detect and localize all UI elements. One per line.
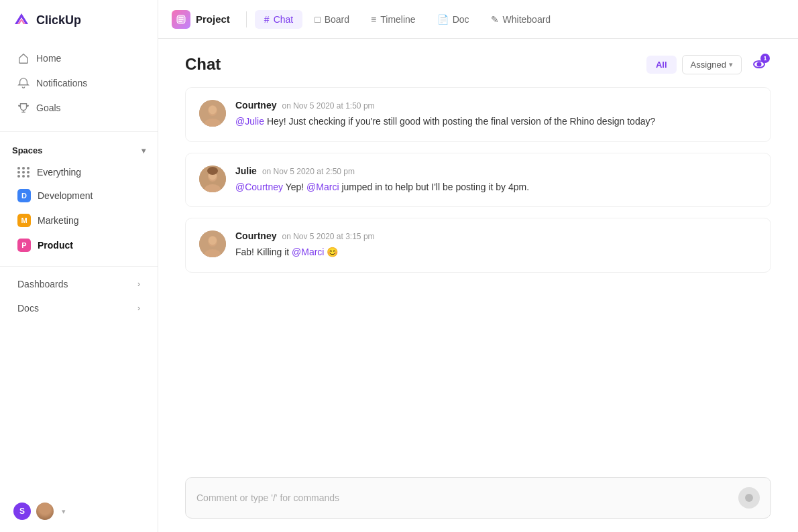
spaces-section-header: Spaces ▾ (0, 137, 158, 158)
message-1-text: @Julie Hey! Just checking if you're stil… (235, 115, 757, 129)
tab-chat[interactable]: # Chat (255, 10, 302, 29)
development-icon: D (17, 189, 31, 202)
comment-placeholder[interactable]: Comment or type '/' for commands (196, 492, 738, 503)
tab-chat-label: Chat (274, 14, 294, 25)
trophy-icon (17, 102, 30, 114)
sidebar-item-development[interactable]: D Development (5, 184, 152, 208)
marketing-icon: M (17, 214, 31, 227)
chat-filters: All Assigned ▾ (646, 55, 742, 74)
message-2-time: on Nov 5 2020 at 2:50 pm (262, 167, 355, 176)
main-nav: Home Notifications Goals (0, 40, 158, 126)
message-1-meta: Courtney on Nov 5 2020 at 1:50 pm (235, 100, 757, 111)
tab-timeline-label: Timeline (380, 14, 415, 25)
mention-julie: @Julie (235, 116, 264, 127)
comment-input-wrap[interactable]: Comment or type '/' for commands (185, 477, 771, 519)
product-icon: P (17, 239, 31, 252)
topbar: Project # Chat □ Board ≡ Timeline 📄 Doc … (158, 0, 798, 39)
message-3: Courtney on Nov 5 2020 at 3:15 pm Fab! K… (185, 218, 771, 273)
spaces-divider (0, 266, 158, 267)
avatar-user-s[interactable]: S (12, 501, 32, 521)
message-1-author: Courtney (235, 100, 276, 111)
message-1: Courtney on Nov 5 2020 at 1:50 pm @Julie… (185, 87, 771, 142)
tab-whiteboard[interactable]: ✎ Whiteboard (481, 10, 561, 29)
topbar-divider (246, 11, 247, 27)
message-2-text: @Courtney Yep! @Marci jumped in to help … (235, 180, 757, 195)
message-1-text-body: Hey! Just checking if you're still good … (267, 116, 655, 127)
everything-label: Everything (37, 167, 81, 178)
dropdown-chevron-icon: ▾ (729, 60, 733, 69)
sidebar-item-dashboards[interactable]: Dashboards › (5, 273, 152, 295)
doc-icon: 📄 (437, 14, 449, 25)
julie-avatar-img (199, 165, 226, 192)
eye-badge-button[interactable]: 1 (747, 52, 771, 76)
message-3-body: Courtney on Nov 5 2020 at 3:15 pm Fab! K… (235, 230, 757, 260)
message-3-text: Fab! Killing it @Marci 😊 (235, 245, 757, 260)
chat-title: Chat (185, 55, 221, 74)
tab-doc[interactable]: 📄 Doc (428, 10, 479, 29)
status-chevron: ▾ (62, 507, 66, 516)
marketing-label: Marketing (38, 215, 78, 226)
chevron-down-icon[interactable]: ▾ (141, 146, 146, 155)
clickup-logo-icon (12, 11, 31, 29)
spaces-label: Spaces (12, 145, 43, 155)
chevron-right-icon: › (137, 304, 140, 313)
message-2: Julie on Nov 5 2020 at 2:50 pm @Courtney… (185, 153, 771, 208)
sidebar-item-notifications[interactable]: Notifications (5, 71, 152, 95)
message-3-author: Courtney (235, 230, 276, 241)
notifications-label: Notifications (36, 78, 87, 88)
message-1-body: Courtney on Nov 5 2020 at 1:50 pm @Julie… (235, 100, 757, 129)
svg-point-18 (745, 494, 753, 502)
svg-point-8 (209, 106, 217, 115)
home-icon (17, 52, 30, 64)
svg-point-4 (758, 63, 761, 66)
avatar-julie (199, 165, 226, 192)
courtney-avatar-img-2 (199, 230, 226, 257)
messages-list: Courtney on Nov 5 2020 at 1:50 pm @Julie… (158, 87, 798, 466)
message-2-author: Julie (235, 165, 257, 176)
logo[interactable]: ClickUp (0, 0, 158, 40)
tab-doc-label: Doc (453, 14, 469, 25)
sidebar-item-marketing[interactable]: M Marketing (5, 208, 152, 232)
message-3-emoji: 😊 (327, 247, 338, 257)
tab-whiteboard-label: Whiteboard (503, 14, 551, 25)
message-2-text-a: Yep! (286, 182, 306, 192)
tab-board[interactable]: □ Board (305, 10, 359, 29)
sidebar-item-everything[interactable]: Everything (5, 161, 152, 183)
eye-badge-count: 1 (760, 54, 770, 63)
project-title: Project (196, 13, 230, 25)
sidebar: ClickUp Home Notifications Goals S (0, 0, 158, 532)
board-icon: □ (315, 14, 320, 25)
dashboards-label: Dashboards (17, 279, 68, 289)
sidebar-bottom: S ▾ (0, 490, 158, 532)
mention-courtney: @Courtney (235, 182, 283, 192)
avatar-courtney-1 (199, 100, 226, 127)
message-3-meta: Courtney on Nov 5 2020 at 3:15 pm (235, 230, 757, 241)
filter-assigned-button[interactable]: Assigned ▾ (682, 55, 742, 74)
chat-header: Chat All Assigned ▾ 1 (158, 39, 798, 87)
comment-area: Comment or type '/' for commands (158, 466, 798, 532)
development-label: Development (38, 190, 93, 201)
docs-label: Docs (17, 303, 39, 314)
message-2-meta: Julie on Nov 5 2020 at 2:50 pm (235, 165, 757, 176)
whiteboard-icon: ✎ (491, 14, 499, 25)
filter-all-button[interactable]: All (646, 56, 677, 74)
sidebar-item-docs[interactable]: Docs › (5, 297, 152, 320)
product-label: Product (38, 240, 73, 251)
timeline-icon: ≡ (371, 14, 376, 25)
message-2-text-b: jumped in to help but I'll be posting it… (341, 182, 529, 192)
project-icon (172, 10, 190, 29)
logo-text: ClickUp (36, 13, 81, 27)
svg-point-17 (209, 237, 217, 245)
sidebar-item-goals[interactable]: Goals (5, 96, 152, 120)
avatar-user-face[interactable] (35, 501, 55, 521)
message-3-text-pre: Fab! Killing it (235, 247, 292, 257)
sidebar-item-home[interactable]: Home (5, 46, 152, 70)
sidebar-item-product[interactable]: P Product (5, 233, 152, 257)
comment-send-button[interactable] (738, 487, 760, 509)
svg-point-13 (207, 167, 218, 175)
tab-board-label: Board (325, 14, 349, 25)
nav-divider (0, 131, 158, 132)
home-label: Home (36, 53, 61, 64)
tab-timeline[interactable]: ≡ Timeline (361, 10, 425, 29)
filter-assigned-label: Assigned (691, 60, 726, 70)
